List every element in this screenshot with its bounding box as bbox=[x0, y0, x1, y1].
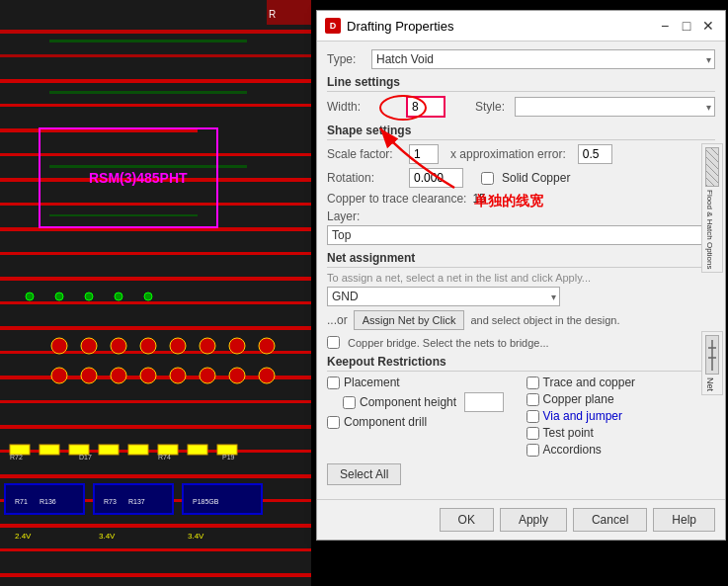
svg-text:R71: R71 bbox=[15, 498, 28, 505]
copper-plane-checkbox[interactable] bbox=[526, 393, 539, 406]
placement-label: Placement bbox=[344, 376, 400, 389]
copper-clearance-label: Copper to trace clearance: bbox=[327, 192, 466, 206]
via-jumper-checkbox[interactable] bbox=[526, 410, 539, 423]
svg-rect-24 bbox=[49, 40, 247, 42]
bottom-bar: OK Apply Cancel Help bbox=[317, 499, 725, 540]
help-button[interactable]: Help bbox=[653, 508, 715, 532]
svg-text:R73: R73 bbox=[104, 498, 117, 505]
svg-point-39 bbox=[140, 368, 156, 383]
flood-hatch-panel[interactable]: Flood & Hatch Options bbox=[701, 143, 723, 273]
width-label: Width: bbox=[327, 100, 396, 114]
net-assignment-header: Net assignment bbox=[327, 251, 715, 268]
svg-text:P185GB: P185GB bbox=[193, 498, 219, 505]
assign-net-by-click-button[interactable]: Assign Net by Click bbox=[354, 310, 465, 330]
component-height-input[interactable] bbox=[464, 392, 504, 412]
keepout-grid: Placement Component height Component dri… bbox=[327, 376, 715, 460]
svg-rect-47 bbox=[40, 445, 59, 455]
svg-rect-50 bbox=[128, 445, 148, 455]
dialog-icon: D bbox=[325, 18, 341, 34]
svg-text:R137: R137 bbox=[128, 498, 145, 505]
via-jumper-row: Via and jumper bbox=[526, 409, 716, 423]
via-jumper-label: Via and jumper bbox=[543, 409, 623, 423]
svg-point-64 bbox=[85, 293, 93, 300]
rotation-input[interactable] bbox=[409, 168, 463, 188]
svg-text:3.4V: 3.4V bbox=[99, 532, 116, 541]
copper-bridge-row: Copper bridge. Select the nets to bridge… bbox=[327, 336, 715, 349]
test-point-checkbox[interactable] bbox=[526, 427, 539, 440]
svg-point-32 bbox=[170, 338, 186, 354]
maximize-button[interactable]: □ bbox=[678, 17, 695, 35]
svg-rect-21 bbox=[0, 524, 311, 528]
cancel-button[interactable]: Cancel bbox=[573, 508, 647, 532]
svg-text:R: R bbox=[269, 9, 276, 20]
style-dropdown[interactable] bbox=[515, 97, 715, 117]
copper-clearance-row: Copper to trace clearance: 15 bbox=[327, 192, 715, 206]
svg-point-37 bbox=[81, 368, 97, 383]
minimize-button[interactable]: − bbox=[656, 17, 674, 35]
trace-copper-checkbox[interactable] bbox=[526, 377, 539, 389]
line-settings-header: Line settings bbox=[327, 75, 715, 92]
svg-text:R136: R136 bbox=[40, 498, 56, 505]
net-panel-label: Net bbox=[705, 377, 715, 391]
test-point-label: Test point bbox=[543, 426, 594, 440]
net-assignment-section: Net assignment To assign a net, select a… bbox=[327, 251, 715, 330]
apply-button[interactable]: Apply bbox=[500, 508, 567, 532]
component-drill-checkbox[interactable] bbox=[327, 416, 340, 429]
dialog-title: Drafting Properties bbox=[347, 19, 453, 34]
svg-rect-19 bbox=[0, 474, 311, 478]
close-button[interactable]: ✕ bbox=[699, 17, 717, 35]
placement-checkbox[interactable] bbox=[327, 377, 340, 389]
copper-clearance-value: 15 bbox=[472, 192, 485, 206]
svg-point-35 bbox=[259, 338, 275, 354]
component-drill-row: Component drill bbox=[327, 415, 517, 429]
solid-copper-checkbox[interactable] bbox=[481, 172, 494, 185]
svg-point-41 bbox=[200, 368, 215, 383]
svg-rect-10 bbox=[0, 252, 311, 255]
ok-button[interactable]: OK bbox=[440, 508, 494, 532]
svg-point-40 bbox=[170, 368, 186, 383]
copper-bridge-checkbox[interactable] bbox=[327, 336, 340, 349]
svg-rect-52 bbox=[188, 445, 207, 455]
type-row: Type: Hatch Void bbox=[327, 49, 715, 69]
net-panel[interactable]: Net bbox=[701, 331, 723, 395]
rotation-label: Rotation: bbox=[327, 171, 401, 185]
scale-factor-label: Scale factor: bbox=[327, 147, 401, 161]
svg-rect-2 bbox=[0, 54, 311, 57]
component-height-checkbox[interactable] bbox=[343, 396, 356, 409]
accordions-checkbox[interactable] bbox=[526, 444, 539, 457]
scale-factor-input[interactable] bbox=[409, 144, 439, 164]
approx-error-input[interactable] bbox=[578, 144, 612, 164]
drafting-properties-dialog: D Drafting Properties − □ ✕ Type: Hatch … bbox=[316, 10, 726, 541]
svg-rect-11 bbox=[0, 277, 311, 281]
assign-hint-text: and select object in the design. bbox=[470, 314, 619, 326]
layer-dropdown[interactable]: Top bbox=[327, 225, 715, 245]
shape-settings-header: Shape settings bbox=[327, 124, 715, 140]
type-dropdown-wrap: Hatch Void bbox=[371, 49, 715, 69]
net-dropdown[interactable]: GND bbox=[327, 287, 560, 306]
copper-bridge-label: Copper bridge. Select the nets to bridge… bbox=[348, 337, 549, 349]
select-all-button[interactable]: Select All bbox=[327, 463, 401, 485]
component-drill-label: Component drill bbox=[344, 415, 427, 429]
scale-factor-row: Scale factor: x approximation error: bbox=[327, 144, 715, 164]
svg-rect-23 bbox=[0, 573, 311, 577]
width-input[interactable] bbox=[406, 96, 445, 118]
layer-label-text: Layer: bbox=[327, 209, 715, 223]
type-dropdown[interactable]: Hatch Void bbox=[371, 49, 715, 69]
copper-plane-row: Copper plane bbox=[526, 392, 716, 406]
svg-rect-13 bbox=[0, 326, 311, 330]
copper-plane-label: Copper plane bbox=[543, 392, 614, 406]
flood-hatch-preview bbox=[705, 147, 719, 187]
approx-error-label: x approximation error: bbox=[450, 147, 566, 161]
trace-copper-label: Trace and copper bbox=[543, 376, 636, 389]
svg-rect-22 bbox=[0, 548, 311, 551]
net-assignment-hint: To assign a net, select a net in the lis… bbox=[327, 272, 715, 284]
placement-row: Placement bbox=[327, 376, 517, 389]
test-point-row: Test point bbox=[526, 426, 716, 440]
svg-text:R72: R72 bbox=[10, 454, 23, 460]
svg-text:R74: R74 bbox=[158, 454, 171, 460]
type-label: Type: bbox=[327, 52, 371, 66]
title-bar: D Drafting Properties − □ ✕ bbox=[317, 11, 725, 42]
svg-point-65 bbox=[115, 293, 122, 300]
svg-text:2.4V: 2.4V bbox=[15, 532, 32, 541]
svg-text:P19: P19 bbox=[222, 454, 235, 460]
